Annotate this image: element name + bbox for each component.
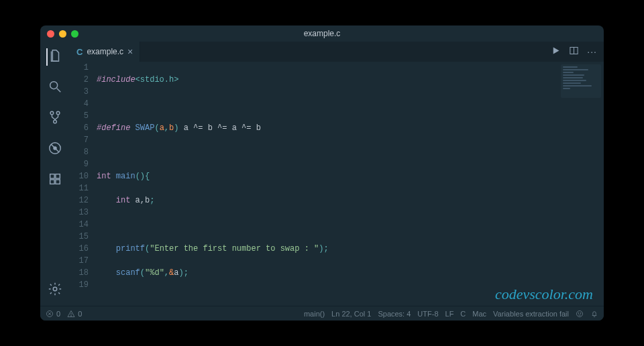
minimap[interactable] [561, 64, 601, 98]
line-number: 9 [70, 158, 89, 170]
editor-main: C example.c × ··· 1 2 [70, 42, 604, 306]
status-encoding[interactable]: UTF-8 [417, 310, 438, 318]
editor-window: example.c [40, 25, 604, 321]
activity-bar [40, 42, 70, 306]
status-context[interactable]: main() [304, 310, 325, 318]
status-eol[interactable]: LF [445, 310, 454, 318]
source-control-icon[interactable] [48, 110, 62, 127]
svg-point-6 [53, 146, 57, 150]
line-gutter: 1 2 3 4 5 6 7 8 9 10 11 12 13 14 15 16 1 [70, 62, 97, 306]
line-number: 10 [70, 170, 89, 182]
explorer-icon[interactable] [46, 48, 62, 66]
svg-point-3 [56, 111, 60, 115]
line-number: 6 [70, 122, 89, 134]
line-number: 11 [70, 182, 89, 194]
status-bar: 0 0 main() Ln 22, Col 1 Spaces: 4 UTF-8 … [40, 306, 604, 321]
line-number: 13 [70, 207, 89, 219]
svg-point-21 [578, 312, 579, 313]
status-errors[interactable]: 0 [46, 310, 60, 318]
line-number: 18 [70, 267, 89, 279]
line-number: 4 [70, 98, 89, 110]
window-title: example.c [40, 29, 604, 38]
line-number: 7 [70, 134, 89, 146]
status-warnings[interactable]: 0 [67, 310, 82, 318]
line-number: 12 [70, 194, 89, 207]
status-os[interactable]: Mac [472, 310, 486, 318]
svg-point-11 [53, 287, 57, 291]
code-editor[interactable]: 1 2 3 4 5 6 7 8 9 10 11 12 13 14 15 16 1 [70, 62, 604, 306]
titlebar: example.c [40, 25, 604, 42]
line-number: 17 [70, 255, 89, 267]
close-tab-icon[interactable]: × [127, 47, 133, 56]
svg-rect-10 [56, 180, 60, 184]
svg-rect-9 [50, 180, 54, 184]
run-icon[interactable] [551, 46, 561, 58]
svg-point-4 [54, 120, 57, 123]
tab-filename: example.c [87, 47, 123, 56]
status-cursor[interactable]: Ln 22, Col 1 [331, 310, 371, 318]
line-number: 14 [70, 219, 89, 231]
svg-marker-12 [553, 47, 559, 54]
watermark: codevscolor.com [495, 286, 593, 303]
svg-point-20 [577, 310, 583, 316]
svg-point-2 [50, 111, 54, 115]
line-number: 16 [70, 243, 89, 255]
line-number: 2 [70, 74, 89, 86]
debug-icon[interactable] [48, 141, 62, 158]
settings-icon[interactable] [48, 282, 62, 299]
code-content[interactable]: #include<stdio.h> #define SWAP(a,b) a ^=… [97, 62, 604, 306]
svg-point-19 [71, 315, 72, 316]
c-file-icon: C [76, 47, 83, 57]
line-number: 1 [70, 62, 89, 74]
split-editor-icon[interactable] [569, 46, 579, 58]
svg-rect-8 [56, 174, 60, 178]
line-number: 5 [70, 110, 89, 122]
more-actions-icon[interactable]: ··· [587, 46, 597, 57]
svg-point-0 [50, 82, 58, 89]
svg-line-1 [57, 89, 61, 93]
line-number: 8 [70, 146, 89, 158]
svg-point-22 [580, 312, 581, 313]
tab-actions: ··· [551, 42, 604, 62]
line-number: 3 [70, 86, 89, 98]
tab-example-c[interactable]: C example.c × [70, 42, 140, 62]
status-language[interactable]: C [460, 310, 466, 318]
svg-rect-7 [50, 174, 54, 178]
search-icon[interactable] [48, 79, 62, 97]
feedback-icon[interactable] [576, 310, 584, 318]
status-message[interactable]: Variables extraction fail [493, 310, 569, 318]
tab-bar: C example.c × ··· [70, 42, 604, 62]
extensions-icon[interactable] [48, 172, 62, 189]
line-number: 15 [70, 231, 89, 243]
line-number: 19 [70, 279, 89, 291]
window-body: C example.c × ··· 1 2 [40, 42, 604, 306]
bell-icon[interactable] [590, 310, 598, 318]
status-spaces[interactable]: Spaces: 4 [378, 310, 411, 318]
